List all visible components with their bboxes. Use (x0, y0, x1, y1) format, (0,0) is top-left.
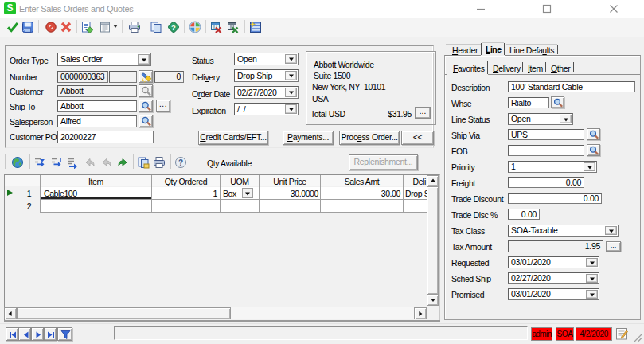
svg-text:?: ? (178, 158, 183, 167)
svg-text:?: ? (171, 23, 176, 32)
